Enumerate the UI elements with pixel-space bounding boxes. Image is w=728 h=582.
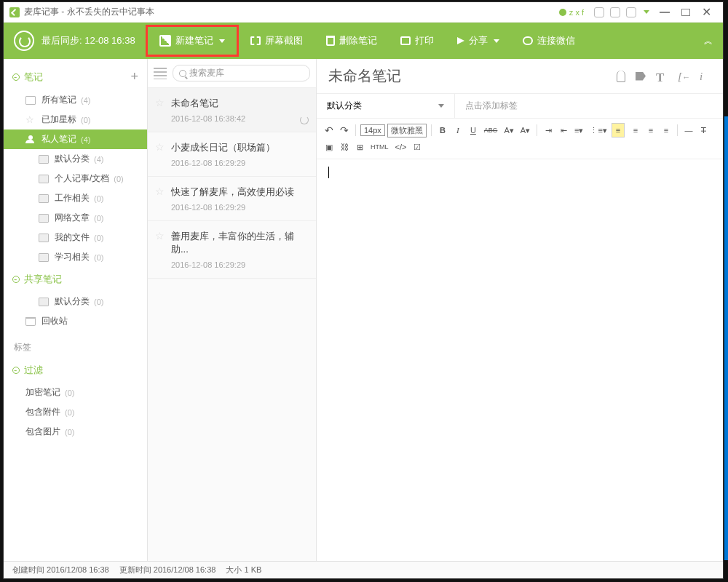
info-icon[interactable]: i: [700, 71, 711, 82]
sidebar-filter[interactable]: 加密笔记(0): [4, 383, 147, 402]
count: (0): [94, 234, 103, 242]
note-list-item[interactable]: ☆快速了解麦库，高效使用必读2016-12-08 16:29:29: [148, 177, 316, 221]
star-icon[interactable]: ☆: [155, 230, 165, 242]
collapse-icon[interactable]: [12, 367, 20, 374]
sidebar-filter[interactable]: 包含图片(0): [4, 422, 147, 442]
sidebar-starred[interactable]: ☆ 已加星标 (0): [4, 110, 147, 129]
sidebar-recycle[interactable]: 回收站: [4, 311, 147, 331]
screenshot-button[interactable]: 屏幕截图: [239, 23, 314, 59]
minimize-button[interactable]: [660, 12, 670, 13]
sidebar-filter[interactable]: 包含附件(0): [4, 402, 147, 422]
sidebar-private-notes[interactable]: 私人笔记 (4): [4, 129, 147, 149]
ordered-list-button[interactable]: ≡▾: [572, 123, 585, 137]
image-button[interactable]: ▣: [323, 140, 336, 154]
checkbox-button[interactable]: ☑: [411, 140, 424, 154]
hr-button[interactable]: [682, 123, 695, 137]
italic-button[interactable]: I: [451, 123, 464, 137]
undo-button[interactable]: [323, 123, 336, 137]
filter-group[interactable]: 过滤: [4, 358, 147, 383]
refresh-icon[interactable]: [300, 116, 309, 124]
sidebar-item-label: 回收站: [41, 315, 68, 327]
wechat-button[interactable]: 连接微信: [511, 23, 587, 59]
align-left-button[interactable]: ≡: [629, 123, 642, 137]
notes-group[interactable]: 笔记 +: [4, 63, 147, 90]
username[interactable]: z x f: [569, 8, 584, 17]
strikethrough-button[interactable]: ABC: [482, 123, 500, 137]
sidebar-shared-default[interactable]: 默认分类 (0): [4, 292, 147, 311]
sidebar-folder[interactable]: 网络文章(0): [4, 208, 147, 228]
skin-icon[interactable]: [610, 7, 620, 17]
close-button[interactable]: ✕: [702, 5, 711, 19]
list-view-icon[interactable]: [154, 68, 167, 79]
bg-color-button[interactable]: A▾: [518, 123, 532, 137]
table-button[interactable]: ⊞: [353, 140, 366, 154]
align-right-button[interactable]: ≡: [660, 123, 673, 137]
count: (4): [81, 96, 90, 105]
share-button[interactable]: 分享: [446, 23, 511, 59]
sidebar-item-label: 加密笔记: [25, 386, 60, 399]
category-select[interactable]: 默认分类: [317, 94, 455, 118]
maximize-button[interactable]: [681, 9, 690, 16]
delete-note-button[interactable]: 删除笔记: [314, 23, 389, 59]
created-time: 创建时间 2016/12/08 16:38: [12, 565, 109, 575]
indent-button[interactable]: ⇥: [542, 123, 555, 137]
remove-format-button[interactable]: T̶: [697, 123, 711, 137]
sync-status[interactable]: 最后同步: 12-08 16:38: [4, 31, 146, 51]
chevron-down-icon: [438, 104, 444, 108]
folder-icon: [39, 214, 49, 223]
outdent-button[interactable]: ⇤: [557, 123, 570, 137]
chevron-down-icon[interactable]: [219, 39, 225, 43]
link-button[interactable]: ⛓: [338, 140, 351, 154]
code-button[interactable]: </>: [393, 140, 409, 154]
collapse-icon[interactable]: [12, 73, 20, 81]
print-button[interactable]: 打印: [389, 23, 446, 59]
font-size-select[interactable]: 14px: [360, 124, 385, 136]
chevron-down-icon[interactable]: [494, 39, 499, 43]
unordered-list-button[interactable]: ⋮≡▾: [587, 123, 609, 137]
editor-toolbar: 14px 微软雅黑 B I U ABC A▾ A▾ ⇥ ⇤ ≡▾ ⋮≡▾ ≡ ≡…: [317, 119, 723, 159]
sidebar-all-notes[interactable]: 所有笔记 (4): [4, 90, 147, 110]
note-list-item[interactable]: ☆小麦成长日记（职场篇）2016-12-08 16:29:29: [148, 132, 316, 177]
sidebar-folder[interactable]: 学习相关(0): [4, 247, 147, 267]
folder-icon: [39, 155, 49, 164]
bold-button[interactable]: B: [436, 123, 449, 137]
search-input[interactable]: 搜索麦库: [173, 65, 310, 81]
attachment-icon[interactable]: [617, 71, 625, 82]
count: (0): [114, 175, 123, 183]
document-icon: [25, 96, 36, 105]
align-center-button[interactable]: ≡: [644, 123, 657, 137]
add-notebook-icon[interactable]: +: [130, 69, 138, 84]
sidebar-item-label: 包含附件: [25, 406, 60, 418]
sidebar-folder[interactable]: 个人记事/文档(0): [4, 169, 147, 188]
html-button[interactable]: HTML: [368, 140, 391, 154]
note-title[interactable]: 未命名笔记: [328, 66, 606, 86]
redo-button[interactable]: [338, 123, 351, 137]
sidebar-item-label: 默认分类: [55, 295, 90, 308]
new-note-button[interactable]: 新建笔记: [146, 25, 239, 57]
import-icon[interactable]: [678, 71, 689, 82]
wechat-label: 连接微信: [537, 34, 575, 47]
underline-button[interactable]: U: [467, 123, 480, 137]
sidebar-folder[interactable]: 默认分类(4): [4, 149, 147, 169]
text-format-icon[interactable]: T: [656, 71, 668, 82]
editor-body[interactable]: [317, 159, 723, 561]
note-list-item[interactable]: ☆未命名笔记2016-12-08 16:38:42: [148, 88, 316, 132]
font-family-select[interactable]: 微软雅黑: [387, 124, 427, 137]
lock-icon[interactable]: [594, 7, 604, 17]
star-icon[interactable]: ☆: [155, 97, 165, 108]
sidebar-folder[interactable]: 我的文件(0): [4, 228, 147, 247]
highlight-button[interactable]: ≡: [612, 123, 625, 137]
collapse-icon[interactable]: [12, 276, 20, 283]
star-icon[interactable]: ☆: [155, 186, 165, 197]
collapse-toolbar-icon[interactable]: ︽: [704, 35, 713, 47]
note-list-item[interactable]: ☆善用麦库，丰富你的生活，辅助...2016-12-08 16:29:29: [148, 221, 316, 279]
feedback-icon[interactable]: [626, 7, 636, 17]
tag-icon[interactable]: [636, 72, 646, 81]
shared-group[interactable]: 共享笔记: [4, 267, 147, 292]
sidebar-folder[interactable]: 工作相关(0): [4, 188, 147, 208]
sidebar-item-label: 个人记事/文档: [55, 172, 109, 185]
star-icon[interactable]: ☆: [155, 141, 165, 153]
menu-dropdown-icon[interactable]: [644, 10, 649, 14]
font-color-button[interactable]: A▾: [502, 123, 515, 137]
tag-input[interactable]: 点击添加标签: [455, 94, 528, 118]
